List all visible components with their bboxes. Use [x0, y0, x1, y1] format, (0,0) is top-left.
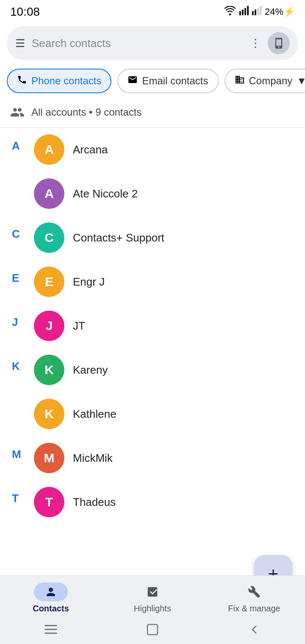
filter-chip-email[interactable]: Email contacts — [117, 69, 218, 93]
filter-chip-phone[interactable]: Phone contacts — [7, 69, 111, 93]
svg-rect-2 — [242, 10, 244, 15]
contact-name: Thadeus — [73, 496, 116, 509]
section-contacts-A-0: AArcanaAAte Niccole 2 — [34, 128, 305, 216]
fix-nav-icon — [248, 586, 261, 598]
avatar-thadeus: T — [34, 487, 64, 517]
contact-item-mickmik[interactable]: MMickMik — [34, 436, 305, 480]
svg-rect-8 — [260, 6, 261, 15]
filter-chip-phone-label: Phone contacts — [31, 75, 101, 87]
contact-item-kareny[interactable]: KKareny — [34, 348, 305, 392]
contact-item-engr-j[interactable]: EEngr J — [34, 260, 305, 304]
contact-item-contacts+-support[interactable]: CContacts+ Support — [34, 216, 305, 260]
menu-icon[interactable]: ☰ — [15, 37, 25, 50]
avatar-arcana: A — [34, 134, 64, 165]
bottom-nav: Contacts Highlights Fix & manage — [0, 575, 305, 644]
sys-menu-icon[interactable] — [43, 624, 58, 636]
search-bar[interactable]: ☰ Search contacts ⋮ — [7, 26, 298, 60]
contact-item-jt[interactable]: JJT — [34, 304, 305, 348]
contact-section-M: MMMickMik — [0, 436, 305, 480]
section-letter-C: C — [0, 216, 34, 241]
section-contacts-M-7: MMickMik — [34, 436, 305, 480]
svg-rect-4 — [247, 6, 249, 15]
contact-item-ate-niccole-2[interactable]: AAte Niccole 2 — [34, 172, 305, 216]
more-options-icon[interactable]: ⋮ — [250, 37, 261, 50]
highlights-nav-icon — [146, 586, 159, 598]
svg-rect-5 — [252, 11, 254, 15]
contact-item-thadeus[interactable]: TThadeus — [34, 480, 305, 524]
company-dropdown-icon: ▼ — [297, 75, 305, 87]
status-time: 10:08 — [10, 5, 40, 19]
phone-chip-icon — [17, 75, 27, 87]
filter-chip-company[interactable]: Company ▼ — [225, 69, 305, 93]
avatar-mickmik: M — [34, 443, 64, 473]
contact-name: MickMik — [73, 452, 113, 465]
contact-section-A: AAArcanaAAte Niccole 2 — [0, 128, 305, 216]
signal2-icon — [252, 6, 261, 18]
avatar-ate-niccole-2: A — [34, 178, 64, 209]
email-chip-icon — [128, 75, 138, 87]
nav-item-fix[interactable]: Fix & manage — [225, 583, 284, 613]
section-letter-A: A — [0, 128, 34, 153]
sys-home-icon[interactable] — [145, 624, 160, 636]
avatar-jt: J — [34, 311, 64, 341]
nav-item-contacts[interactable]: Contacts — [21, 583, 80, 613]
svg-rect-6 — [255, 10, 256, 15]
contacts-nav-icon-wrap — [34, 583, 68, 601]
avatar-kathlene: K — [34, 399, 64, 429]
section-contacts-T-8: TThadeus — [34, 480, 305, 524]
contact-name: Arcana — [73, 143, 108, 156]
contacts-nav-icon — [44, 586, 57, 598]
contact-name: Ate Niccole 2 — [73, 187, 138, 200]
accounts-icon — [10, 105, 25, 119]
section-contacts-J-4: JJT — [34, 304, 305, 348]
contact-section-E: EEEngr J — [0, 260, 305, 304]
company-chip-icon — [235, 75, 245, 87]
svg-rect-1 — [239, 11, 241, 15]
contact-section-K: KKKarenyKKathlene — [0, 348, 305, 436]
wifi-icon — [224, 6, 236, 18]
sys-back-icon[interactable] — [247, 624, 262, 636]
contact-item-kathlene[interactable]: KKathlene — [34, 392, 305, 436]
highlights-nav-icon-wrap — [136, 583, 169, 601]
section-contacts-K-5: KKarenyKKathlene — [34, 348, 305, 436]
svg-point-0 — [229, 14, 231, 15]
svg-rect-11 — [44, 633, 57, 634]
highlights-nav-label: Highlights — [134, 604, 171, 613]
status-icons: 24%⚡ — [224, 6, 295, 18]
contact-name: Kathlene — [73, 408, 116, 421]
contact-section-T: TTThadeus — [0, 480, 305, 524]
fix-nav-label: Fix & manage — [228, 604, 280, 613]
search-input-placeholder[interactable]: Search contacts — [32, 37, 243, 50]
avatar-contacts+-support: C — [34, 222, 64, 253]
system-nav — [0, 618, 305, 644]
contact-section-C: CCContacts+ Support — [0, 216, 305, 260]
filter-chip-email-label: Email contacts — [142, 75, 208, 87]
status-bar: 10:08 — [0, 0, 305, 22]
nav-items: Contacts Highlights Fix & manage — [0, 576, 305, 618]
fix-nav-icon-wrap — [237, 583, 271, 601]
section-contacts-C-2: CContacts+ Support — [34, 216, 305, 260]
contact-name: Kareny — [73, 364, 108, 377]
nav-item-highlights[interactable]: Highlights — [123, 583, 182, 613]
filter-chip-company-label: Company — [249, 75, 293, 87]
battery-text: 24%⚡ — [265, 6, 295, 17]
svg-rect-9 — [44, 625, 57, 626]
svg-rect-12 — [147, 625, 158, 635]
section-letter-E: E — [0, 260, 34, 285]
signal1-icon — [239, 6, 249, 18]
device-icon[interactable] — [268, 32, 290, 54]
account-info-text: All accounts • 9 contacts — [31, 106, 142, 118]
avatar-engr-j: E — [34, 266, 64, 297]
contact-section-J: JJJT — [0, 304, 305, 348]
section-letter-T: T — [0, 480, 34, 505]
svg-rect-7 — [257, 8, 259, 15]
account-info: All accounts • 9 contacts — [0, 97, 305, 128]
section-letter-J: J — [0, 304, 34, 329]
section-letter-K: K — [0, 348, 34, 373]
contact-item-arcana[interactable]: AArcana — [34, 128, 305, 172]
svg-rect-3 — [244, 8, 246, 15]
contact-name: Contacts+ Support — [73, 231, 164, 244]
section-contacts-E-3: EEngr J — [34, 260, 305, 304]
section-letter-M: M — [0, 436, 34, 461]
contacts-nav-label: Contacts — [33, 604, 69, 613]
